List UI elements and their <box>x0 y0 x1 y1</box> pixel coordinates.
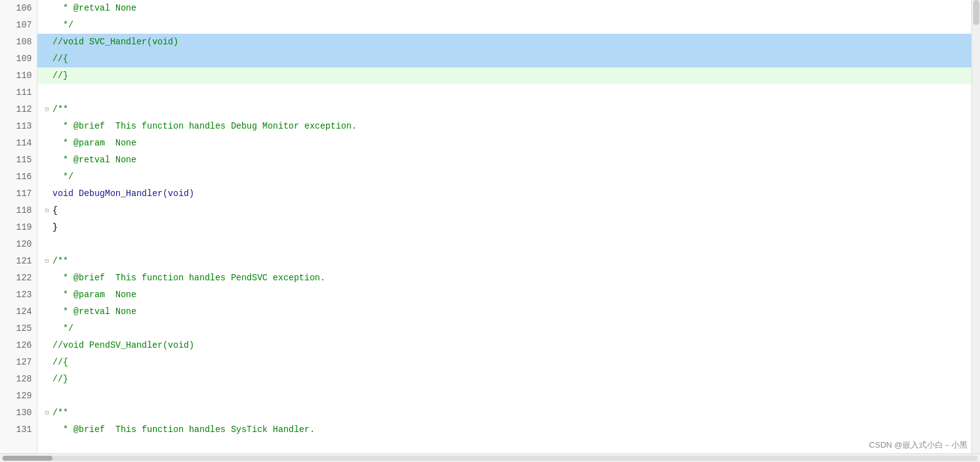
line-number: 126 <box>2 337 32 354</box>
fold-icon <box>42 240 51 249</box>
fold-icon <box>42 173 51 182</box>
code-line[interactable]: } <box>37 219 980 236</box>
code-token: { <box>52 202 57 219</box>
code-line[interactable]: //void SVC_Handler(void) <box>37 34 980 51</box>
fold-icon <box>42 358 51 367</box>
line-number: 115 <box>2 152 32 169</box>
fold-icon <box>42 392 51 401</box>
line-number: 125 <box>2 320 32 337</box>
code-token: * @brief This function handles PendSVC e… <box>52 270 325 287</box>
code-token: //} <box>52 371 68 388</box>
fold-icon <box>42 325 51 333</box>
code-token: * @retval None <box>52 303 136 320</box>
line-number: 117 <box>2 185 32 202</box>
fold-icon <box>42 375 51 384</box>
fold-icon[interactable]: ⊟ <box>42 409 51 418</box>
code-line[interactable] <box>37 236 980 253</box>
code-token: */ <box>52 169 74 185</box>
code-line[interactable]: ⊟/** <box>37 405 980 421</box>
line-number: 107 <box>2 17 32 34</box>
line-number: 112 <box>2 101 32 118</box>
code-token: //void SVC_Handler(void) <box>52 34 179 51</box>
code-line[interactable]: //} <box>37 67 980 84</box>
code-line[interactable]: * @param None <box>37 135 980 152</box>
line-number: 131 <box>2 421 32 438</box>
fold-icon <box>42 190 51 199</box>
code-token: //{ <box>52 51 68 67</box>
code-token: */ <box>52 17 74 34</box>
code-line[interactable]: ⊟{ <box>37 202 980 219</box>
fold-icon[interactable]: ⊟ <box>42 207 51 215</box>
code-line[interactable]: ⊟/** <box>37 101 980 118</box>
line-number: 110 <box>2 67 32 84</box>
fold-icon <box>42 274 51 283</box>
line-number: 109 <box>2 51 32 67</box>
code-content[interactable]: * @retval None *///void SVC_Handler(void… <box>37 0 980 453</box>
fold-icon <box>42 426 51 435</box>
vertical-scrollbar[interactable] <box>971 0 980 453</box>
line-number: 124 <box>2 303 32 320</box>
line-number: 127 <box>2 354 32 371</box>
fold-icon <box>42 55 51 64</box>
line-number: 108 <box>2 34 32 51</box>
fold-icon <box>42 122 51 131</box>
fold-icon <box>42 342 51 350</box>
code-line[interactable]: * @retval None <box>37 0 980 17</box>
fold-icon <box>42 72 51 81</box>
line-number: 119 <box>2 219 32 236</box>
code-line[interactable]: * @retval None <box>37 303 980 320</box>
code-line[interactable]: * @brief This function handles Debug Mon… <box>37 118 980 135</box>
horizontal-scrollbar[interactable] <box>0 453 980 462</box>
line-number: 111 <box>2 84 32 101</box>
fold-icon <box>42 139 51 148</box>
code-line[interactable]: */ <box>37 320 980 337</box>
fold-icon <box>42 308 51 317</box>
code-area: 1061071081091101111121131141151161171181… <box>0 0 980 453</box>
code-line[interactable] <box>37 388 980 405</box>
fold-icon[interactable]: ⊟ <box>42 257 51 266</box>
code-line[interactable]: ⊟/** <box>37 253 980 270</box>
code-token: * @retval None <box>52 0 136 17</box>
code-token: * @brief This function handles Debug Mon… <box>52 118 357 135</box>
line-number: 129 <box>2 388 32 405</box>
code-token: * @brief This function handles SysTick H… <box>52 421 315 438</box>
code-token: * @retval None <box>52 152 136 169</box>
code-line[interactable]: * @brief This function handles SysTick H… <box>37 421 980 438</box>
code-token: /** <box>52 405 68 421</box>
fold-icon <box>42 291 51 300</box>
line-number: 120 <box>2 236 32 253</box>
code-line[interactable]: */ <box>37 169 980 185</box>
code-line[interactable]: * @retval None <box>37 152 980 169</box>
code-line[interactable]: * @param None <box>37 287 980 303</box>
scrollbar-thumb[interactable] <box>2 456 52 461</box>
line-number: 123 <box>2 287 32 303</box>
line-number: 130 <box>2 405 32 421</box>
code-token: //} <box>52 67 68 84</box>
code-token: /** <box>52 101 68 118</box>
code-line[interactable]: void DebugMon_Handler(void) <box>37 185 980 202</box>
code-token: * @param None <box>52 287 136 303</box>
code-token: */ <box>52 320 74 337</box>
code-line[interactable]: //{ <box>37 354 980 371</box>
fold-icon[interactable]: ⊟ <box>42 106 51 114</box>
editor-container: 1061071081091101111121131141151161171181… <box>0 0 980 462</box>
line-number: 128 <box>2 371 32 388</box>
fold-icon <box>42 21 51 30</box>
fold-icon <box>42 89 51 97</box>
fold-icon <box>42 156 51 165</box>
v-scrollbar-thumb[interactable] <box>973 0 979 25</box>
line-numbers: 1061071081091101111121131141151161171181… <box>0 0 37 453</box>
code-line[interactable]: * @brief This function handles PendSVC e… <box>37 270 980 287</box>
line-number: 114 <box>2 135 32 152</box>
code-line[interactable]: //{ <box>37 51 980 67</box>
code-line[interactable] <box>37 84 980 101</box>
code-line[interactable]: */ <box>37 17 980 34</box>
code-token: //{ <box>52 354 68 371</box>
code-token: //void PendSV_Handler(void) <box>52 337 194 354</box>
line-number: 122 <box>2 270 32 287</box>
code-line[interactable]: //} <box>37 371 980 388</box>
fold-icon <box>42 38 51 47</box>
code-line[interactable]: //void PendSV_Handler(void) <box>37 337 980 354</box>
fold-icon <box>42 4 51 13</box>
line-number: 113 <box>2 118 32 135</box>
